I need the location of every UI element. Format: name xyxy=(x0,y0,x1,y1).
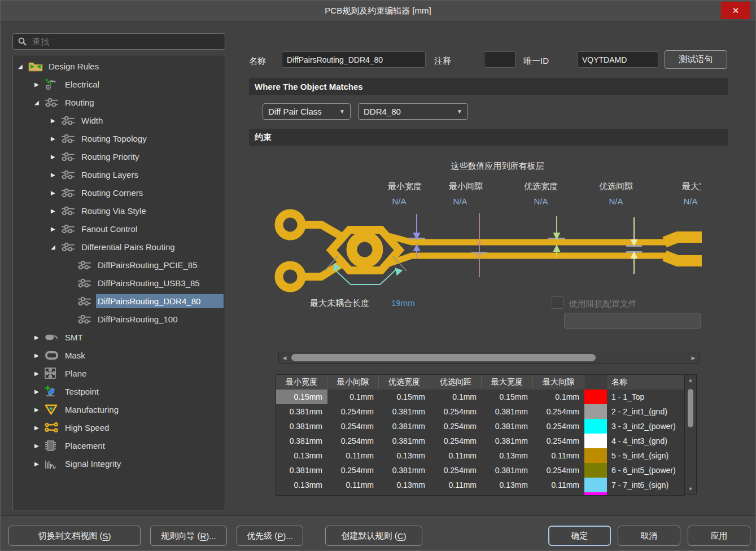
layer-value-cell[interactable]: 0.15mm xyxy=(482,390,533,404)
layer-row[interactable]: 0.381mm0.254mm0.381mm0.254mm0.381mm0.254… xyxy=(276,434,684,448)
tree-item-plane[interactable]: ▶Plane xyxy=(13,364,224,382)
column-header-2[interactable]: 优选宽度 xyxy=(379,375,430,390)
layer-value-cell[interactable]: 0.381mm xyxy=(276,404,327,419)
layer-value-cell[interactable]: 0.254mm xyxy=(327,419,379,434)
layer-value-cell[interactable]: 0.254mm xyxy=(533,463,584,478)
expand-arrow-icon[interactable]: ▶ xyxy=(34,352,45,358)
collapse-arrow-icon[interactable]: ◢ xyxy=(34,99,45,106)
vertical-scroll-thumb[interactable] xyxy=(688,389,693,427)
expand-arrow-icon[interactable]: ▶ xyxy=(34,388,45,395)
layer-value-cell[interactable]: 0.13mm xyxy=(482,448,533,463)
tree-item-routing-via-style[interactable]: ▶Routing Via Style xyxy=(13,202,224,220)
switch-to-document-view-button[interactable]: 切换到文档视图 (S) xyxy=(8,526,141,546)
expand-arrow-icon[interactable]: ▶ xyxy=(51,190,61,196)
tree-item-manufacturing[interactable]: ▶Manufacturing xyxy=(13,400,224,418)
tree-item-diffpairsrouting-usb3-85[interactable]: DiffPairsRouting_USB3_85 xyxy=(13,274,224,292)
search-box[interactable] xyxy=(12,33,225,50)
collapse-arrow-icon[interactable]: ◢ xyxy=(18,63,28,69)
tree-item-routing-priority[interactable]: ▶Routing Priority xyxy=(13,147,224,165)
column-header-1[interactable]: 最小间隙 xyxy=(327,375,379,390)
layer-value-cell[interactable]: 0.13mm xyxy=(276,478,327,492)
expand-arrow-icon[interactable]: ▶ xyxy=(34,334,45,340)
collapse-arrow-icon[interactable]: ◢ xyxy=(51,244,61,250)
layer-row[interactable]: 0.13mm0.11mm0.13mm0.11mm0.13mm0.11mm5 - … xyxy=(276,448,684,463)
tree-item-placement[interactable]: ▶Placement xyxy=(13,436,224,454)
layer-value-cell[interactable]: 0.1mm xyxy=(430,390,482,404)
layer-value-cell[interactable]: 0.1mm xyxy=(533,390,584,404)
expand-arrow-icon[interactable]: ▶ xyxy=(51,154,61,160)
tree-item-diffpairsrouting-pcie-85[interactable]: DiffPairsRouting_PCIE_85 xyxy=(13,256,224,274)
layer-value-cell[interactable]: 0.381mm xyxy=(379,434,430,448)
expand-arrow-icon[interactable]: ▶ xyxy=(34,461,45,467)
scroll-right-icon[interactable]: ▶ xyxy=(689,352,698,363)
layer-value-cell[interactable]: 0.254mm xyxy=(327,434,379,448)
tree-item-differential-pairs-routing[interactable]: ◢Differential Pairs Routing xyxy=(13,238,224,256)
layer-value-cell[interactable]: 0.11mm xyxy=(430,478,482,492)
column-header-3[interactable]: 优选间距 xyxy=(430,375,482,390)
tree-item-testpoint[interactable]: ▶Testpoint xyxy=(13,382,224,400)
layer-value-cell[interactable]: 0.15mm xyxy=(379,390,430,404)
tree-item-routing-topology[interactable]: ▶Routing Topology xyxy=(13,129,224,147)
layer-value-cell[interactable]: 0.11mm xyxy=(533,478,584,492)
layer-value-cell[interactable]: 0.13mm xyxy=(276,448,327,463)
layer-value-cell[interactable]: 0.381mm xyxy=(482,463,533,478)
tree-item-electrical[interactable]: ▶Electrical xyxy=(13,75,224,93)
max-uncoupled-length-value[interactable]: 19mm xyxy=(391,298,415,308)
tree-item-routing[interactable]: ◢Routing xyxy=(13,93,224,111)
layer-value-cell[interactable]: 0.1mm xyxy=(327,390,379,404)
tree-item-mask[interactable]: ▶Mask xyxy=(13,346,224,364)
expand-arrow-icon[interactable]: ▶ xyxy=(34,370,45,377)
tree-item-design-rules[interactable]: ◢Design Rules xyxy=(13,57,224,75)
layer-value-cell[interactable]: 0.254mm xyxy=(430,463,482,478)
layer-value-cell[interactable]: 0.254mm xyxy=(430,419,482,434)
layer-row[interactable]: 0.13mm0.11mm0.13mm0.11mm0.13mm0.11mm7 - … xyxy=(276,478,684,492)
layer-row[interactable]: 0.381mm0.254mm0.381mm0.254mm0.381mm0.254… xyxy=(276,404,684,419)
horizontal-scrollbar[interactable]: ◀ ▶ xyxy=(278,352,700,364)
vertical-scrollbar[interactable]: ▲ ▼ xyxy=(684,374,697,495)
column-header-5[interactable]: 最大间隙 xyxy=(533,375,584,390)
expand-arrow-icon[interactable]: ▶ xyxy=(34,425,45,431)
layer-value-cell[interactable]: 0.381mm xyxy=(276,463,327,478)
layer-value-cell[interactable]: 0.254mm xyxy=(430,404,482,419)
expand-arrow-icon[interactable]: ▶ xyxy=(34,443,45,449)
impedance-profile-checkbox[interactable] xyxy=(552,296,564,309)
tree-item-fanout-control[interactable]: ▶Fanout Control xyxy=(13,220,224,238)
column-header-0[interactable]: 最小宽度 xyxy=(276,375,327,390)
layer-value-cell[interactable]: 0.11mm xyxy=(327,448,379,463)
tree-item-width[interactable]: ▶Width xyxy=(13,111,224,129)
expand-arrow-icon[interactable]: ▶ xyxy=(51,172,61,178)
ok-button[interactable]: 确定 xyxy=(548,526,611,546)
layer-value-cell[interactable]: 0.11mm xyxy=(327,478,379,492)
expand-arrow-icon[interactable]: ▶ xyxy=(51,135,61,142)
layer-value-cell[interactable]: 0.381mm xyxy=(482,434,533,448)
tree-item-routing-corners[interactable]: ▶Routing Corners xyxy=(13,183,224,202)
layer-value-cell[interactable]: 0.381mm xyxy=(276,419,327,434)
layer-value-cell[interactable]: 0.13mm xyxy=(379,448,430,463)
close-button[interactable]: ✕ xyxy=(721,2,750,19)
scroll-up-icon[interactable]: ▲ xyxy=(685,376,696,384)
layer-value-cell[interactable]: 0.381mm xyxy=(379,463,430,478)
layer-value-cell[interactable]: 0.11mm xyxy=(533,448,584,463)
column-header-layer-color[interactable] xyxy=(584,375,607,390)
class-dropdown[interactable]: DDR4_80 ▼ xyxy=(358,103,468,120)
column-header-4[interactable]: 最大宽度 xyxy=(482,375,533,390)
tree-item-routing-layers[interactable]: ▶Routing Layers xyxy=(13,165,224,183)
layer-value-cell[interactable]: 0.254mm xyxy=(533,419,584,434)
layer-value-cell[interactable]: 0.381mm xyxy=(379,404,430,419)
layer-value-cell[interactable]: 0.254mm xyxy=(430,434,482,448)
layer-value-cell[interactable]: 0.381mm xyxy=(276,434,327,448)
scope-dropdown[interactable]: Diff Pair Class ▼ xyxy=(263,103,351,120)
impedance-profile-field[interactable] xyxy=(564,313,701,329)
rule-name-input[interactable] xyxy=(282,51,426,68)
rule-wizard-button[interactable]: 规则向导 (R)... xyxy=(150,526,227,546)
expand-arrow-icon[interactable]: ▶ xyxy=(51,226,61,232)
layer-value-cell[interactable]: 0.381mm xyxy=(379,419,430,434)
expand-arrow-icon[interactable]: ▶ xyxy=(51,117,61,124)
tree-item-high-speed[interactable]: ▶High Speed xyxy=(13,418,224,436)
layer-row[interactable]: 0.15mm0.1mm0.15mm0.1mm0.15mm0.1mm1 - 1_T… xyxy=(276,390,684,404)
comment-input[interactable] xyxy=(484,51,515,68)
layer-value-cell[interactable]: 0.381mm xyxy=(482,404,533,419)
expand-arrow-icon[interactable]: ▶ xyxy=(34,81,45,88)
unique-id-input[interactable] xyxy=(577,51,658,68)
tree-item-diffpairsrouting-100[interactable]: DiffPairsRouting_100 xyxy=(13,310,224,328)
